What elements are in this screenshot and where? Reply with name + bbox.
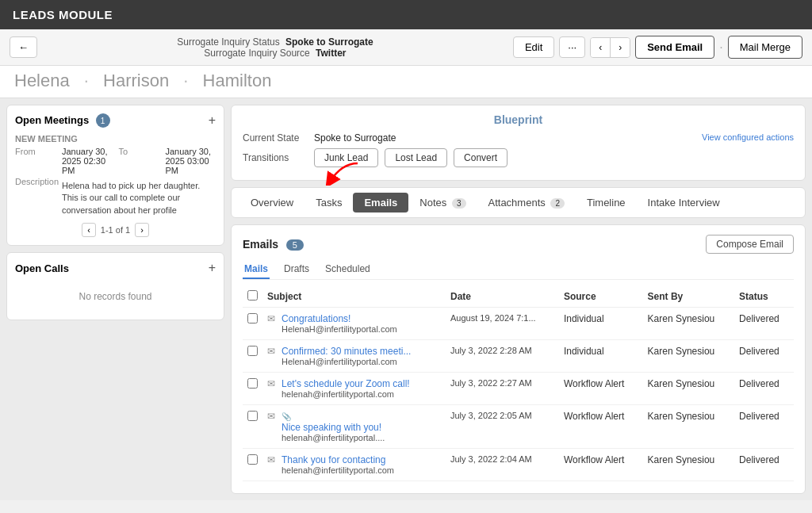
tab-notes[interactable]: Notes 3 (408, 193, 477, 212)
email-addr-2: helenah@infertilityportal.com (282, 389, 410, 399)
email-date-1: July 3, 2022 2:28 AM (446, 340, 559, 373)
convert-button[interactable]: Convert (454, 148, 508, 167)
tab-tasks[interactable]: Tasks (304, 193, 353, 212)
no-calls-message: No records found (15, 281, 216, 312)
prev-record-button[interactable]: ‹ (591, 38, 611, 57)
col-subject: Subject (262, 286, 446, 308)
junk-lead-button[interactable]: Junk Lead (314, 148, 378, 167)
desc-value: Helena had to pick up her daughter. This… (62, 180, 216, 216)
tab-emails[interactable]: Emails (353, 193, 408, 212)
transitions-label: Transitions (243, 152, 306, 163)
email-status-1: Delivered (734, 340, 794, 373)
blueprint-title: Blueprint (243, 113, 794, 126)
email-subject-2[interactable]: Let's schedule your Zoom call! (282, 378, 410, 389)
from-label: From (15, 147, 59, 175)
edit-button[interactable]: Edit (513, 36, 554, 58)
email-status-3: Delivered (734, 405, 794, 449)
email-date-4: July 3, 2022 2:04 AM (446, 449, 559, 481)
col-status: Status (734, 286, 794, 308)
select-all-checkbox[interactable] (247, 290, 258, 301)
attachment-icon-3: 📎 (282, 412, 291, 421)
current-state-value: Spoke to Surrogate (314, 132, 396, 144)
blueprint-card: Blueprint Current State Spoke to Surroga… (231, 105, 806, 181)
row-checkbox-0[interactable] (247, 313, 258, 323)
email-date-0: August 19, 2024 7:1... (446, 308, 559, 340)
row-checkbox-2[interactable] (247, 378, 258, 389)
meetings-prev-button[interactable]: ‹ (82, 223, 96, 237)
status-label: Surrogate Inquiry Status (177, 36, 279, 48)
email-icon-2: ✉ (267, 378, 275, 389)
app-header: LEADS MODULE (0, 0, 812, 29)
next-record-button[interactable]: › (611, 38, 630, 57)
col-source: Source (559, 286, 643, 308)
tabs-bar: Overview Tasks Emails Notes 3 Attachment… (231, 187, 806, 218)
add-meeting-button[interactable]: + (209, 113, 216, 128)
open-meetings-badge: 1 (96, 113, 110, 128)
nav-group: ‹ › (590, 37, 630, 58)
email-source-1: Individual (559, 340, 643, 373)
status-value: Spoke to Surrogate (285, 36, 373, 48)
subtab-drafts[interactable]: Drafts (282, 260, 311, 279)
email-addr-3: helenah@infertilityportal.... (282, 433, 385, 442)
email-status-4: Delivered (734, 449, 794, 481)
lead-first-name: Helena (14, 71, 70, 90)
emails-count: 5 (286, 239, 304, 251)
right-content: Blueprint Current State Spoke to Surroga… (231, 105, 806, 494)
email-source-4: Workflow Alert (559, 449, 643, 481)
email-addr-1: HelenaH@infertilityportal.com (282, 357, 411, 366)
email-addr-0: HelenaH@infertilityportal.com (282, 324, 397, 334)
email-status-0: Delivered (734, 308, 794, 340)
compose-email-button[interactable]: Compose Email (706, 235, 794, 254)
tab-intake[interactable]: Intake Interview (637, 193, 731, 212)
attachments-badge: 2 (550, 198, 565, 209)
open-calls-title: Open Calls (15, 262, 69, 274)
back-button[interactable]: ← (10, 36, 37, 58)
current-state-label: Current State (243, 132, 306, 144)
view-actions-link[interactable]: View configured actions (702, 132, 794, 142)
email-date-2: July 3, 2022 2:27 AM (446, 373, 559, 405)
table-row: ✉ 📎 Nice speaking with you! helenah@infe… (243, 405, 794, 449)
email-sent-by-0: Karen Synesiou (643, 308, 735, 340)
app-title: LEADS MODULE (13, 8, 113, 21)
lost-lead-button[interactable]: Lost Lead (385, 148, 447, 167)
email-subject-0[interactable]: Congratulations! (282, 313, 397, 324)
email-subtabs: Mails Drafts Scheduled (243, 260, 794, 280)
table-row: ✉ Confirmed: 30 minutes meeti... HelenaH… (243, 340, 794, 373)
send-email-button[interactable]: Send Email (635, 36, 714, 59)
email-icon-4: ✉ (267, 454, 275, 465)
name-sep2: · (183, 71, 188, 90)
tab-overview[interactable]: Overview (239, 193, 304, 212)
table-row: ✉ Let's schedule your Zoom call! helenah… (243, 373, 794, 405)
more-button[interactable]: ··· (559, 36, 585, 58)
open-meetings-card: Open Meetings 1 + NEW MEETING From Janua… (6, 105, 224, 246)
row-checkbox-3[interactable] (247, 411, 258, 421)
table-row: ✉ Congratulations! HelenaH@infertilitypo… (243, 308, 794, 340)
tab-attachments[interactable]: Attachments 2 (477, 193, 576, 212)
left-sidebar: Open Meetings 1 + NEW MEETING From Janua… (6, 105, 224, 494)
new-meeting-label: NEW MEETING (15, 134, 216, 144)
open-meetings-title: Open Meetings (15, 114, 89, 126)
email-table-container: Subject Date Source Sent By Status ✉ Con… (243, 286, 794, 484)
meetings-next-button[interactable]: › (135, 223, 149, 237)
subtab-scheduled[interactable]: Scheduled (324, 260, 372, 279)
row-checkbox-4[interactable] (247, 454, 258, 465)
emails-card: Emails 5 Compose Email Mails Drafts Sche… (231, 224, 806, 494)
toolbar: ← Surrogate Inquiry Status Spoke to Surr… (0, 29, 812, 66)
email-sent-by-1: Karen Synesiou (643, 340, 735, 373)
email-subject-3[interactable]: Nice speaking with you! (282, 422, 385, 433)
notes-badge: 3 (452, 198, 466, 209)
desc-label: Description (15, 177, 59, 216)
to-value: January 30, 2025 03:00 PM (166, 147, 216, 175)
email-subject-1[interactable]: Confirmed: 30 minutes meeti... (282, 346, 411, 357)
tab-timeline[interactable]: Timeline (576, 193, 637, 212)
email-sent-by-4: Karen Synesiou (643, 449, 735, 481)
email-subject-4[interactable]: Thank you for contacting (282, 454, 394, 465)
mail-merge-button[interactable]: Mail Merge (728, 36, 802, 59)
tabs-wrapper: Overview Tasks Emails Notes 3 Attachment… (231, 187, 806, 218)
add-call-button[interactable]: + (209, 261, 216, 275)
row-checkbox-1[interactable] (247, 346, 258, 356)
main-layout: Open Meetings 1 + NEW MEETING From Janua… (0, 98, 812, 500)
source-value: Twitter (316, 48, 346, 59)
subtab-mails[interactable]: Mails (243, 260, 270, 279)
name-sep1: · (84, 71, 89, 90)
